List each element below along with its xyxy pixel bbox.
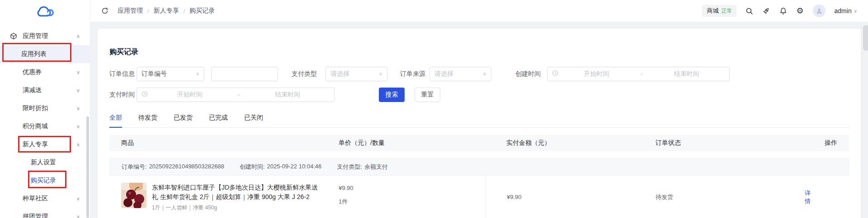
status-badge: 正常: [721, 7, 732, 15]
sidebar-item-label: 积分商城: [23, 122, 48, 130]
breadcrumb-separator: /: [184, 8, 185, 14]
tab-shipped[interactable]: 已发货: [174, 114, 193, 127]
user-menu[interactable]: admin ∨: [835, 7, 857, 14]
pay-type-meta-value: 余额支付: [364, 163, 388, 171]
page-scrollbar[interactable]: [862, 22, 868, 218]
sidebar-item-label: 新人专享: [23, 140, 48, 148]
topbar: 应用管理 / 新人专享 / 购买记录 商城 正常: [90, 0, 868, 22]
page-scrollbar-thumb[interactable]: [863, 25, 868, 51]
sidebar-item-community[interactable]: 种草社区 ∨: [0, 190, 90, 208]
range-separator: -: [232, 91, 245, 98]
select-value: 订单编号: [142, 70, 167, 78]
tab-all[interactable]: 全部: [109, 114, 122, 127]
chevron-down-icon: ∨: [76, 88, 80, 93]
sidebar: 应用管理 ∧ 应用列表 优惠券 ∨ 满减送 ∨ 限时折扣 ∨ 积分商城 ∨: [0, 0, 90, 218]
chevron-down-icon: ∨: [854, 9, 857, 14]
search-button[interactable]: 搜索: [379, 88, 405, 102]
sidebar-item-label: 拼团管理: [23, 213, 48, 218]
tab-to-ship[interactable]: 待发货: [138, 114, 157, 127]
column-product: 商品: [121, 139, 339, 147]
chevron-down-icon: ∨: [76, 196, 80, 202]
refresh-icon[interactable]: [101, 7, 108, 14]
product-spec: 1斤｜一人尝鲜｜净重 450g: [152, 204, 321, 212]
paid-amount-cell: ¥9.90: [486, 176, 656, 218]
detail-link[interactable]: 详情: [805, 189, 811, 205]
order-keyword-input[interactable]: [211, 67, 278, 81]
filter-row-2: 支付时间 开始时间 - 结束时间 搜索 重置: [109, 88, 849, 102]
product-title[interactable]: 东鲜丰智利进口车厘子【JD多地次日达】大樱桃新鲜水果送礼 生鲜年货礼盒 2斤｜超…: [152, 183, 321, 202]
sidebar-item-points-mall[interactable]: 积分商城 ∨: [0, 117, 90, 135]
chevron-down-icon: ∨: [76, 124, 80, 130]
pay-type-label: 支付类型: [292, 70, 319, 78]
gear-icon[interactable]: ⚙: [796, 7, 803, 15]
breadcrumb-item[interactable]: 新人专享: [154, 7, 179, 15]
sidebar-item-label: 优惠券: [23, 68, 42, 76]
chevron-down-icon: ∨: [76, 106, 80, 111]
breadcrumb-separator: /: [147, 8, 149, 14]
sidebar-item-label: 购买记录: [31, 176, 56, 185]
chevron-down-icon: ∨: [196, 71, 199, 77]
column-paid-amount: 实付金额（元）: [486, 139, 656, 147]
created-label: 创建时间:: [240, 163, 265, 171]
page-title: 购买记录: [109, 34, 849, 57]
quantity: 1件: [339, 198, 486, 206]
product-image[interactable]: [121, 183, 146, 208]
create-time-range-picker[interactable]: 开始时间 - 结束时间: [547, 67, 730, 81]
create-time-label: 创建时间: [515, 70, 542, 78]
pay-time-label: 支付时间: [109, 91, 137, 99]
sidebar-scrollbar[interactable]: [86, 116, 89, 218]
cloud-icon: [36, 5, 55, 19]
chevron-down-icon: ∨: [483, 71, 486, 77]
avatar[interactable]: [813, 5, 826, 17]
sidebar-item-coupons[interactable]: 优惠券 ∨: [0, 63, 90, 81]
chevron-up-icon: ∧: [76, 142, 80, 148]
tab-completed[interactable]: 已完成: [209, 114, 228, 127]
column-actions: 操作: [805, 139, 849, 147]
unit-price: ¥9.90: [339, 185, 486, 191]
pay-time-range-picker[interactable]: 开始时间 - 结束时间: [137, 88, 335, 102]
sidebar-item-flash-sale[interactable]: 限时折扣 ∨: [0, 99, 90, 117]
pay-type-select[interactable]: 请选择 ∨: [326, 67, 387, 81]
actions-cell: 详情: [805, 176, 851, 218]
breadcrumb-item[interactable]: 应用管理: [118, 7, 143, 15]
content-card: 购买记录 订单信息 订单编号 ∨ 支付类型 请选择 ∨ 订单来源 请选择 ∨ 创…: [98, 29, 861, 218]
logo[interactable]: [0, 0, 90, 24]
order-info-type-select[interactable]: 订单编号 ∨: [137, 67, 204, 81]
rocket-icon[interactable]: [762, 7, 770, 15]
shop-status-badge[interactable]: 商城 正常: [702, 5, 736, 17]
order-status: 待发货: [656, 193, 673, 201]
chevron-down-icon: ∨: [379, 71, 382, 77]
column-unit-price-qty: 单价（元）/数量: [339, 139, 486, 147]
chevron-down-icon: ∨: [76, 70, 80, 75]
order-source-select[interactable]: 请选择 ∨: [429, 67, 491, 81]
order-no-label: 订单编号:: [122, 163, 147, 171]
range-separator: -: [635, 70, 648, 78]
sidebar-item-newcomer[interactable]: 新人专享 ∧: [0, 135, 90, 153]
clock-icon: [142, 91, 148, 98]
unit-price-cell: ¥9.90 1件: [339, 176, 486, 218]
sidebar-item-full-discount[interactable]: 满减送 ∨: [0, 81, 90, 99]
select-placeholder: 请选择: [434, 70, 453, 78]
chevron-down-icon: ∨: [76, 214, 80, 218]
sidebar-item-label: 限时折扣: [23, 104, 48, 112]
breadcrumb-item[interactable]: 购买记录: [189, 7, 215, 15]
sidebar-item-label: 满减送: [23, 86, 42, 94]
sidebar-item-app-list[interactable]: 应用列表: [0, 45, 90, 63]
clock-icon: [552, 70, 558, 78]
sidebar-item-label: 应用列表: [21, 50, 47, 58]
start-time-placeholder: 开始时间: [558, 70, 635, 78]
column-order-status: 订单状态: [656, 139, 805, 147]
order-no-value: 20250922610498503282688: [149, 163, 224, 171]
end-time-placeholder: 结束时间: [245, 91, 330, 99]
sidebar-item-group-buy[interactable]: 拼团管理 ∨: [0, 208, 90, 218]
breadcrumb: 应用管理 / 新人专享 / 购买记录: [118, 7, 215, 15]
cube-icon: [10, 32, 17, 40]
reset-button[interactable]: 重置: [415, 88, 440, 102]
sidebar-item-app-management[interactable]: 应用管理 ∧: [0, 27, 90, 45]
sidebar-item-newcomer-settings[interactable]: 新人设置: [0, 153, 90, 172]
tab-closed[interactable]: 已关闭: [244, 114, 263, 127]
sidebar-item-purchase-records[interactable]: 购买记录: [0, 172, 90, 190]
bell-icon[interactable]: [779, 7, 787, 15]
table-row: 东鲜丰智利进口车厘子【JD多地次日达】大樱桃新鲜水果送礼 生鲜年货礼盒 2斤｜超…: [109, 176, 849, 218]
search-icon[interactable]: [745, 7, 753, 15]
